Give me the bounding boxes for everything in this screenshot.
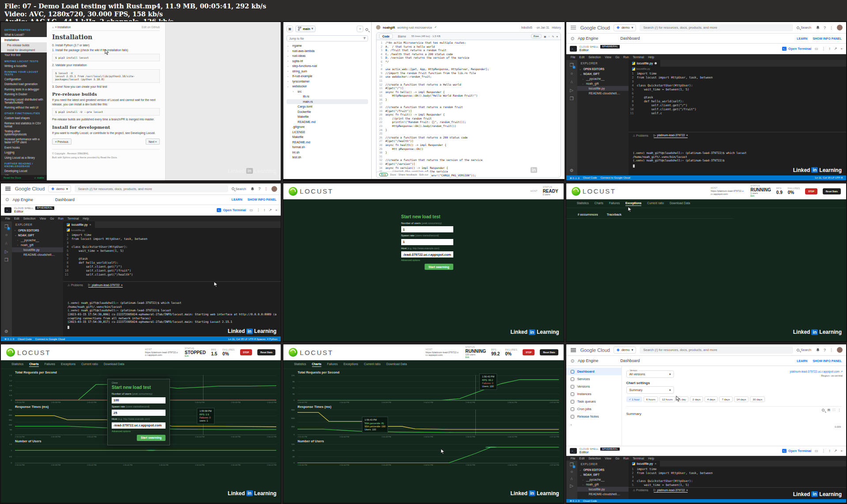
google-cloud-logo[interactable]: Google Cloud (580, 347, 610, 353)
menu-item[interactable]: View (605, 56, 611, 59)
help-icon[interactable]: ? (824, 348, 826, 352)
bell-icon[interactable] (250, 187, 255, 191)
docs-sidebar-item[interactable]: Configuration (1, 77, 47, 82)
edit-icon[interactable]: ✎ (552, 35, 554, 38)
explorer-item[interactable]: ›OPEN EDITORS (12, 228, 63, 233)
terminal-tab[interactable]: ▷ platinum-lead-379722 × (88, 283, 123, 287)
learn-link[interactable]: LEARN (797, 359, 807, 362)
docs-sidebar-item[interactable]: RUNNING YOUR LOCUST TESTS (1, 68, 47, 77)
menu-item[interactable]: Go (50, 217, 54, 220)
editor-tab[interactable]: locustfile.py (629, 60, 661, 67)
problems-tab[interactable]: ⚠ Problems (68, 284, 83, 287)
open-in-new-icon[interactable]: ↗ (269, 208, 272, 212)
tree-row[interactable]: ›format.sh (286, 145, 368, 150)
search-icon[interactable]: ○ (5, 233, 8, 237)
resize-icon[interactable]: ↕ (829, 449, 831, 453)
number-of-users-input[interactable] (401, 226, 453, 232)
search-button[interactable]: Search (797, 348, 811, 352)
nav-tab[interactable]: Charts (312, 362, 322, 367)
show-info-panel-link[interactable]: SHOW INFO PANEL (248, 198, 277, 201)
nav-tab[interactable]: Exceptions (343, 362, 358, 367)
menu-item[interactable]: Terminal (68, 217, 79, 220)
edit-on-github-link[interactable]: Edit on GitHub (142, 26, 160, 29)
start-swarming-button[interactable]: Start swarming (137, 435, 166, 441)
nav-tab[interactable]: Charts (29, 362, 39, 367)
time-range-chip[interactable]: 30 days (750, 396, 765, 402)
nav-tab[interactable]: Failures (45, 362, 55, 367)
docs-sidebar-item[interactable]: Running Locust distributed with Terrafor… (1, 97, 47, 105)
nav-tab[interactable]: Download Data (104, 362, 124, 367)
time-range-chip[interactable]: 4 days (704, 396, 718, 402)
commit-author[interactable]: noahgift (383, 26, 395, 29)
tree-row[interactable]: ›sqlite-hf (286, 59, 368, 64)
tree-row[interactable]: ›rrgame (286, 43, 368, 49)
sidebar-item[interactable]: Task queues (566, 398, 621, 405)
explorer-icon[interactable]: ❐1 (4, 224, 8, 229)
next-button[interactable]: Next » (146, 138, 160, 145)
search-button[interactable]: Search (797, 26, 811, 30)
nav-tab[interactable]: Download Data (670, 202, 690, 206)
settings-gear-icon[interactable]: ⚙ (570, 168, 574, 173)
avatar[interactable] (837, 25, 843, 30)
sidebar-item[interactable]: Dashboard (566, 368, 621, 375)
menu-item[interactable]: Help (648, 56, 654, 59)
sidebar-item[interactable]: Release Notes (566, 413, 621, 420)
checks-passed-icon[interactable]: ✓ (434, 26, 437, 29)
close-icon[interactable]: × (275, 208, 278, 212)
nav-tab[interactable]: Charts (595, 202, 603, 206)
host-input[interactable] (112, 422, 166, 429)
menu-item[interactable]: Help (648, 457, 654, 460)
docs-sidebar-item[interactable]: Custom load shapes (1, 116, 47, 120)
menu-icon[interactable] (5, 188, 11, 189)
extensions-icon[interactable]: ❒ (570, 97, 574, 101)
time-range-chip[interactable]: 14 days (734, 396, 749, 402)
search-input[interactable] (640, 24, 793, 31)
close-tab-icon[interactable]: × (655, 462, 656, 465)
tree-row[interactable]: ›tf-rust-example (286, 74, 368, 79)
menu-item[interactable]: Edit (14, 217, 19, 220)
menu-item[interactable]: View (40, 217, 46, 220)
explorer-item[interactable]: locustfile.py (577, 487, 629, 492)
google-cloud-logo[interactable]: Google Cloud (15, 186, 45, 191)
open-terminal-button[interactable]: >_Open Terminal (217, 208, 246, 212)
connect-status[interactable]: Connect to Google Cloud (35, 338, 65, 340)
menu-item[interactable]: Go (615, 56, 619, 59)
open-in-new-icon[interactable]: ↗ (834, 47, 837, 51)
nav-tab[interactable]: Exceptions (625, 202, 641, 206)
problems-tab[interactable]: ⚠ Problems (633, 134, 648, 138)
learn-link[interactable]: LEARN (797, 37, 807, 40)
sidebar-item[interactable]: Services (566, 375, 621, 383)
project-selector[interactable]: demo▾ (614, 24, 636, 31)
tab-code[interactable]: Code (379, 34, 392, 39)
tree-row[interactable]: ›tyrscontainer (286, 79, 368, 84)
docs-sidebar-item[interactable]: GETTING STARTED (1, 26, 47, 32)
search-input[interactable] (75, 185, 228, 192)
previous-button[interactable]: « Previous (52, 138, 72, 145)
explorer-item[interactable]: ›__pycache__ (577, 76, 629, 81)
docs-sidebar-item[interactable]: Logging (1, 150, 47, 155)
more-icon[interactable]: ⋮ (264, 187, 268, 191)
tree-row[interactable]: ›main.rs (286, 99, 368, 105)
download-icon[interactable]: ↓ (549, 35, 550, 37)
nav-tab[interactable]: Statistics (294, 362, 306, 367)
nav-tab[interactable]: Current ratio (647, 202, 664, 206)
reset-stats-button[interactable]: Reset Stats (540, 349, 558, 355)
editor-tab[interactable]: locustfile.py× (629, 461, 660, 467)
sidebar-item[interactable]: Versions (566, 383, 621, 390)
run-debug-icon[interactable]: ▷ (570, 484, 573, 488)
tree-row[interactable]: ›step-functions-rust (286, 63, 368, 69)
menu-item[interactable]: Edit (580, 56, 585, 59)
chart-options-icon[interactable]: ▤ (827, 408, 830, 412)
menu-item[interactable]: Selection (23, 217, 36, 220)
copy-icon[interactable]: ▣ (544, 35, 546, 38)
collapse-tree-icon[interactable]: ▣ (286, 26, 293, 32)
more-icon[interactable]: ⋮ (256, 208, 260, 212)
explorer-item[interactable]: README-cloudshell.... (12, 252, 63, 257)
bell-icon[interactable] (816, 347, 820, 352)
tree-row[interactable]: ›rust-ideas (286, 53, 368, 59)
tab-blame[interactable]: Blame (395, 34, 409, 38)
terminal-tab[interactable]: ▷ platinum-lead-379722 × (654, 134, 688, 138)
menu-icon[interactable] (571, 350, 576, 351)
menu-item[interactable]: Terminal (632, 56, 644, 59)
rtd-version-flyout[interactable]: Read the Docs v: stable (1, 175, 47, 180)
